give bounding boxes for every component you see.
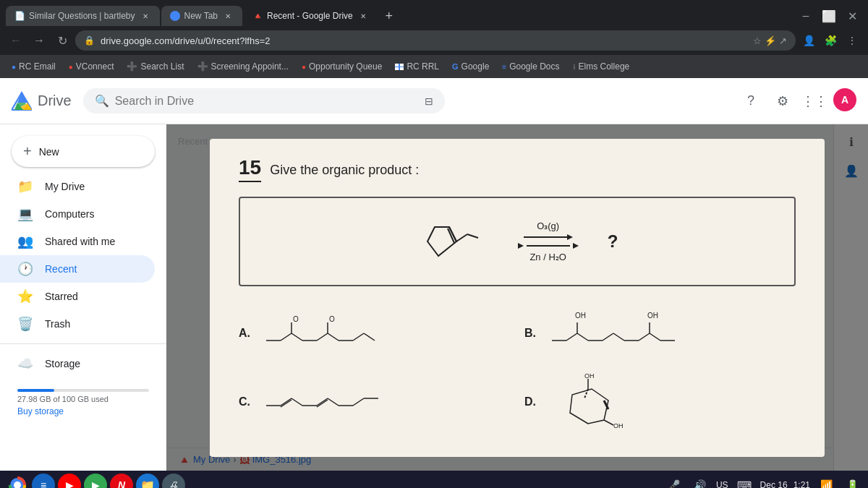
refresh-button[interactable]: ↻ <box>52 30 72 51</box>
svg-text:O: O <box>329 315 335 323</box>
bookmark-elms-college[interactable]: ℹ Elms College <box>567 60 636 73</box>
svg-line-32 <box>613 333 624 341</box>
share-icon[interactable]: ↗ <box>779 35 787 46</box>
taskbar-netflix-icon[interactable]: N <box>110 474 133 488</box>
bookmark-favicon-vconnect: ● <box>69 63 73 71</box>
question-number: 15 <box>239 156 261 182</box>
search-icon: 🔍 <box>95 94 109 108</box>
toolbar-icons: 👤 🧩 ⋮ <box>799 30 862 51</box>
back-button[interactable]: ← <box>6 30 26 51</box>
battery-icon[interactable]: 🔋 <box>842 475 862 488</box>
bookmark-opportunity[interactable]: ● Opportunity Queue <box>296 60 388 73</box>
answer-b-molecule: OH OH <box>545 308 689 359</box>
sidebar-item-starred[interactable]: ⭐ Starred <box>0 283 155 310</box>
bookmark-vconnect[interactable]: ● VConnect <box>63 60 120 73</box>
computers-icon: 💻 <box>17 206 33 222</box>
keyboard-icon[interactable]: ⌨ <box>734 475 754 488</box>
svg-line-16 <box>292 333 302 341</box>
sidebar-divider <box>0 343 166 344</box>
restore-button[interactable]: ⬜ <box>819 6 839 26</box>
answer-b: B. OH <box>524 308 796 359</box>
bookmarks-bar: ● RC Email ● VConnect ➕ Search List ➕ Sc… <box>0 55 868 78</box>
bookmark-google[interactable]: G Google <box>446 60 495 73</box>
reactant-molecule <box>417 213 489 270</box>
taskbar-folder-icon[interactable]: 📁 <box>136 474 159 488</box>
sound-icon[interactable]: 🔊 <box>690 475 710 488</box>
bookmark-star-icon[interactable]: ☆ <box>753 35 762 46</box>
taskbar-printer-icon[interactable]: 🖨 <box>162 474 185 488</box>
bookmark-rc-rrl[interactable]: RC RRL <box>389 60 445 73</box>
mic-icon[interactable]: 🎤 <box>664 475 684 488</box>
settings-icon[interactable]: ⚙ <box>770 88 796 114</box>
starred-icon: ⭐ <box>17 288 33 304</box>
taskbar-youtube-icon[interactable]: ▶ <box>58 474 81 488</box>
answer-c: C. <box>239 373 510 431</box>
buy-storage-button[interactable]: Buy storage <box>17 403 149 419</box>
new-tab-button[interactable]: + <box>379 6 399 26</box>
sidebar-item-my-drive[interactable]: 📁 My Drive <box>0 173 155 200</box>
search-box[interactable]: 🔍 ⊟ <box>83 88 445 114</box>
taskbar-chrome-icon[interactable] <box>6 474 29 488</box>
filter-icon[interactable]: ⊟ <box>425 95 433 107</box>
answer-a-molecule: O O <box>259 312 404 355</box>
bookmark-favicon-search-list: ➕ <box>127 61 137 72</box>
taskbar-docs-icon[interactable]: ≡ <box>32 474 55 488</box>
svg-marker-50 <box>570 389 608 424</box>
tab-label-bartleby: Similar Questions | bartleby <box>29 11 135 21</box>
tab-favicon-drive: 🔺 <box>252 11 263 21</box>
bookmark-screening[interactable]: ➕ Screening Appoint... <box>192 60 294 73</box>
bookmark-google-docs[interactable]: ≡ Google Docs <box>496 60 565 73</box>
tab-close-drive[interactable]: ✕ <box>357 10 369 22</box>
question-text: Give the organic product : <box>270 163 419 178</box>
apps-icon[interactable]: ⋮⋮ <box>801 88 827 114</box>
svg-line-34 <box>639 333 650 341</box>
sidebar-item-trash[interactable]: 🗑️ Trash <box>0 310 155 338</box>
address-bar[interactable]: 🔒 drive.google.com/drive/u/0/recent?lfhs… <box>75 30 796 51</box>
answer-d: D. OH OH <box>524 373 796 431</box>
drive-logo-icon <box>12 91 32 111</box>
answer-d-molecule: OH OH <box>545 373 631 431</box>
svg-line-44 <box>317 398 328 406</box>
search-input[interactable] <box>115 95 419 108</box>
forward-button[interactable]: → <box>29 30 49 51</box>
modal-overlay[interactable]: 15 Give the organic product : <box>166 124 868 471</box>
help-icon[interactable]: ? <box>738 88 764 114</box>
tab-close-newtab[interactable]: ✕ <box>222 10 234 22</box>
taskbar-time: 1:21 <box>793 480 810 488</box>
sidebar-item-shared[interactable]: 👥 Shared with me <box>0 228 155 255</box>
menu-icon[interactable]: ⋮ <box>842 30 862 51</box>
trash-icon: 🗑️ <box>17 316 33 332</box>
sidebar-item-computers[interactable]: 💻 Computers <box>0 200 155 228</box>
profile-icon[interactable]: 👤 <box>799 30 819 51</box>
lock-icon: 🔒 <box>84 35 95 46</box>
taskbar-play-icon[interactable]: ▶ <box>84 474 107 488</box>
svg-text:OH: OH <box>647 312 658 320</box>
sidebar-item-recent[interactable]: 🕐 Recent <box>0 255 155 283</box>
storage-icon: ☁️ <box>17 356 33 372</box>
svg-text:OH: OH <box>613 422 624 429</box>
new-button[interactable]: + New <box>12 136 155 167</box>
bookmark-search-list[interactable]: ➕ Search List <box>121 60 190 73</box>
svg-line-42 <box>292 398 302 406</box>
avatar[interactable]: A <box>833 88 856 111</box>
bookmark-rc-email[interactable]: ● RC Email <box>6 60 61 73</box>
tab-drive[interactable]: 🔺 Recent - Google Drive ✕ <box>244 6 378 26</box>
bookmark-favicon-screening: ➕ <box>197 61 208 72</box>
minimize-button[interactable]: – <box>796 6 816 26</box>
tab-favicon-bartleby: 📄 <box>14 11 25 21</box>
sidebar-item-storage[interactable]: ☁️ Storage <box>0 350 155 377</box>
reagent1-label: O₃(g) <box>537 221 559 231</box>
bookmark-favicon-rc-email: ● <box>12 63 16 71</box>
tab-close-bartleby[interactable]: ✕ <box>140 10 151 22</box>
tab-bar: 📄 Similar Questions | bartleby ✕ New Tab… <box>0 0 868 26</box>
extension-icon[interactable]: ⚡ <box>765 35 776 46</box>
bookmark-favicon-opportunity: ● <box>302 63 306 71</box>
answers-grid: A. O O <box>239 308 796 431</box>
reagent2-label: Zn / H₂O <box>529 252 566 262</box>
extensions-icon[interactable]: 🧩 <box>820 30 841 51</box>
tab-bartleby[interactable]: 📄 Similar Questions | bartleby ✕ <box>6 6 160 26</box>
tab-newtab[interactable]: New Tab ✕ <box>161 6 242 26</box>
wifi-icon[interactable]: 📶 <box>816 475 836 488</box>
reaction-arrow: O₃(g) Zn / H₂O <box>518 221 579 262</box>
close-window-button[interactable]: ✕ <box>842 6 862 26</box>
